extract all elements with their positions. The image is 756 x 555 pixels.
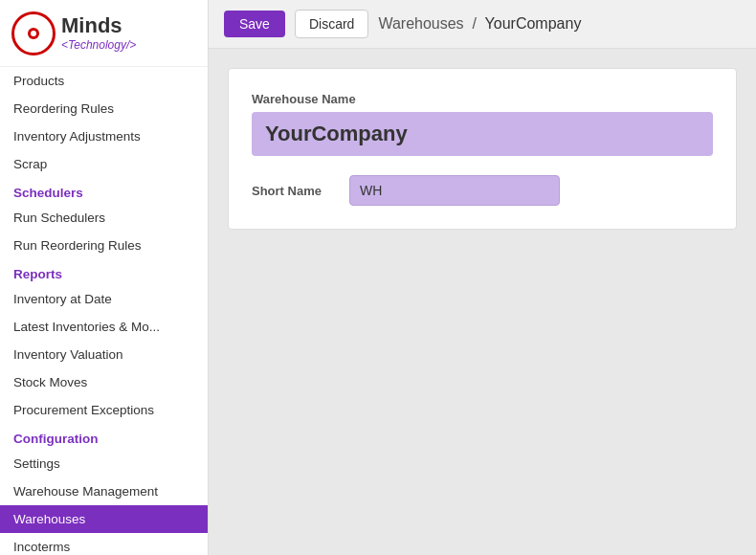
short-name-row: Short Name <box>252 175 713 206</box>
warehouse-name-label: Warehouse Name <box>252 92 713 106</box>
sidebar-item-settings[interactable]: Settings <box>0 450 208 477</box>
short-name-input[interactable] <box>349 175 560 206</box>
short-name-label: Short Name <box>252 184 338 198</box>
form-card: Warehouse Name YourCompany Short Name <box>228 68 737 230</box>
breadcrumb-parent[interactable]: Warehouses <box>378 15 463 32</box>
sidebar-item-latest-inventories[interactable]: Latest Inventories & Mo... <box>0 313 208 341</box>
sidebar-item-run-reordering-rules[interactable]: Run Reordering Rules <box>0 232 208 259</box>
sidebar-item-stock-moves[interactable]: Stock Moves <box>0 368 208 396</box>
sidebar: Minds <Technology/> ProductsReordering R… <box>0 0 209 555</box>
sidebar-section-reports-header: Reports <box>0 259 208 285</box>
sidebar-item-warehouse-management[interactable]: Warehouse Management <box>0 477 208 505</box>
save-button[interactable]: Save <box>224 11 285 37</box>
sidebar-item-run-schedulers[interactable]: Run Schedulers <box>0 204 208 232</box>
sidebar-nav: ProductsReordering RulesInventory Adjust… <box>0 67 208 555</box>
sidebar-item-procurement-exceptions[interactable]: Procurement Exceptions <box>0 396 208 424</box>
breadcrumb-current: YourCompany <box>485 15 582 32</box>
sidebar-item-inventory-valuation[interactable]: Inventory Valuation <box>0 341 208 368</box>
main-content: Save Discard Warehouses / YourCompany Wa… <box>209 0 756 555</box>
sidebar-item-reordering-rules[interactable]: Reordering Rules <box>0 95 208 122</box>
breadcrumb-separator: / <box>473 15 477 32</box>
logo-icon <box>11 11 56 56</box>
sidebar-item-inventory-adjustments[interactable]: Inventory Adjustments <box>0 122 208 150</box>
logo-tagline: <Technology/> <box>61 38 136 52</box>
sidebar-item-scrap[interactable]: Scrap <box>0 150 208 178</box>
discard-button[interactable]: Discard <box>295 10 368 38</box>
topbar: Save Discard Warehouses / YourCompany <box>209 0 756 49</box>
logo-name: Minds <box>61 14 136 37</box>
logo-area: Minds <Technology/> <box>0 0 208 67</box>
warehouse-name-value[interactable]: YourCompany <box>252 112 713 156</box>
sidebar-item-incoterms[interactable]: Incoterms <box>0 533 208 555</box>
sidebar-section-schedulers-header: Schedulers <box>0 178 208 204</box>
sidebar-item-warehouses[interactable]: Warehouses <box>0 505 208 533</box>
sidebar-item-products[interactable]: Products <box>0 67 208 95</box>
breadcrumb: Warehouses / YourCompany <box>378 15 581 33</box>
logo-dot <box>28 28 39 39</box>
sidebar-item-inventory-at-date[interactable]: Inventory at Date <box>0 285 208 313</box>
logo-text: Minds <Technology/> <box>61 14 136 51</box>
sidebar-section-configuration-header: Configuration <box>0 424 208 450</box>
content-area: Warehouse Name YourCompany Short Name <box>209 49 756 555</box>
